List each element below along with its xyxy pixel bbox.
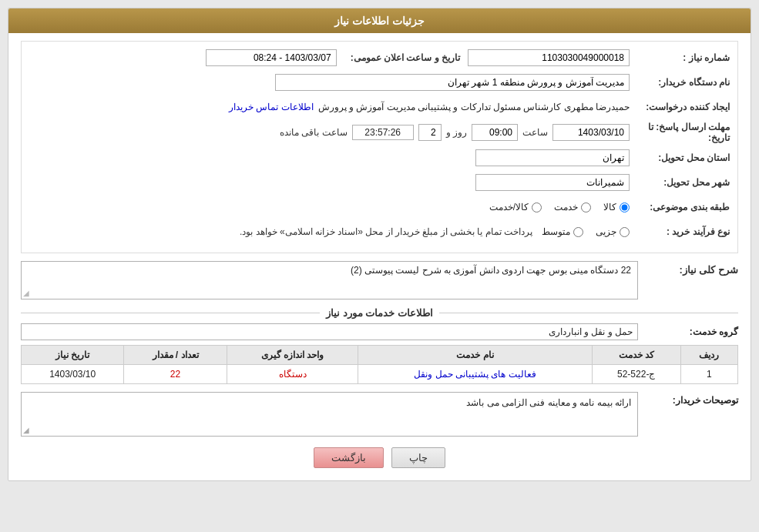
announce-input[interactable] <box>206 49 337 66</box>
need-number-input[interactable] <box>468 49 630 66</box>
services-table-body: 1 ج-522-52 فعالیت های پشتیبانی حمل ونقل … <box>22 365 738 384</box>
services-section-title: اطلاعات خدمات مورد نیاز <box>21 307 738 319</box>
need-desc-section: شرح کلی نیاز: 22 دستگاه مینی بوس جهت ارد… <box>21 261 738 299</box>
purchase-type-mota-radio[interactable] <box>573 227 583 237</box>
buyer-org-value-area <box>29 74 630 91</box>
purchase-type-label: نوع فرآیند خرید : <box>630 226 730 237</box>
category-label: طبقه بندی موضوعی: <box>630 202 730 212</box>
purchase-type-content: جزیی متوسط پرداخت تمام یا بخشی از مبلغ خ… <box>29 226 630 237</box>
city-value-area <box>29 174 630 191</box>
back-button[interactable]: بازگشت <box>314 447 384 468</box>
purchase-type-jozi[interactable]: جزیی <box>596 226 630 237</box>
group-service-value: حمل و نقل و انبارداری <box>21 323 638 340</box>
page-title: جزئیات اطلاعات نیاز <box>334 15 425 27</box>
cell-row-num: 1 <box>680 365 737 384</box>
city-input[interactable] <box>475 174 630 191</box>
deadline-date-time: ساعت روز و 23:57:26 ساعت باقی مانده <box>29 124 630 141</box>
purchase-type-value-area: جزیی متوسط پرداخت تمام یا بخشی از مبلغ خ… <box>29 226 630 237</box>
creator-value-area: حمیدرضا مطهری کارشناس مسئول تدارکات و پش… <box>29 102 630 112</box>
category-kala-label: کالا <box>603 202 616 212</box>
row-buyer-org: نام دستگاه خریدار: <box>29 72 730 92</box>
group-service-label: گروه خدمت: <box>638 326 738 337</box>
buyer-org-input[interactable] <box>275 74 630 91</box>
row-province: استان محل تحویل: <box>29 148 730 168</box>
purchase-type-radio-group: جزیی متوسط <box>542 226 630 237</box>
category-value-area: کالا خدمت کالا/خدمت <box>29 202 630 212</box>
category-kala-service-radio[interactable] <box>532 202 542 212</box>
buyer-desc-text: ارائه بیمه نامه و معاینه فنی الزامی می ب… <box>466 397 631 408</box>
print-button[interactable]: چاپ <box>391 447 445 468</box>
services-table-head: ردیف کد خدمت نام خدمت واحد اندازه گیری ت… <box>22 346 738 365</box>
col-date: تاریخ نیاز <box>22 346 124 365</box>
province-input[interactable] <box>475 149 630 166</box>
need-desc-box: 22 دستگاه مینی بوس جهت اردوی دانش آموزی … <box>21 261 638 299</box>
deadline-value-area: ساعت روز و 23:57:26 ساعت باقی مانده <box>29 124 630 141</box>
row-deadline: مهلت ارسال پاسخ: تا تاریخ: ساعت روز و 23… <box>29 122 730 143</box>
col-qty: تعداد / مقدار <box>124 346 227 365</box>
remaining-time-row: 23:57:26 ساعت باقی مانده <box>280 125 414 140</box>
row-creator: ایجاد کننده درخواست: حمیدرضا مطهری کارشن… <box>29 97 730 117</box>
category-service-radio[interactable] <box>581 202 591 212</box>
col-service-name: نام خدمت <box>358 346 592 365</box>
row-purchase-type: نوع فرآیند خرید : جزیی متوسط <box>29 222 730 242</box>
resize-handle-icon: ◢ <box>23 426 29 434</box>
cell-service-name: فعالیت های پشتیبانی حمل ونقل <box>358 365 592 384</box>
services-table-header-row: ردیف کد خدمت نام خدمت واحد اندازه گیری ت… <box>22 346 738 365</box>
col-row-num: ردیف <box>680 346 737 365</box>
cell-service-code: ج-522-52 <box>592 365 680 384</box>
category-service[interactable]: خدمت <box>554 202 591 212</box>
category-service-label: خدمت <box>554 202 578 212</box>
cell-date: 1403/03/10 <box>22 365 124 384</box>
services-title-text: اطلاعات خدمات مورد نیاز <box>320 307 439 319</box>
province-label: استان محل تحویل: <box>630 152 730 163</box>
col-service-code: کد خدمت <box>592 346 680 365</box>
main-card: جزئیات اطلاعات نیاز شماره نیاز : تاریخ و… <box>8 8 751 481</box>
province-value-area <box>29 149 630 166</box>
cell-unit: دستگاه <box>227 365 358 384</box>
deadline-time-label: ساعت <box>522 127 548 138</box>
col-unit: واحد اندازه گیری <box>227 346 358 365</box>
need-desc-value-area: 22 دستگاه مینی بوس جهت اردوی دانش آموزی … <box>21 261 638 299</box>
deadline-date-input[interactable] <box>552 124 630 141</box>
buyer-desc-row: توصیحات خریدار: ارائه بیمه نامه و معاینه… <box>21 392 738 437</box>
contact-link[interactable]: اطلاعات تماس خریدار <box>229 102 314 112</box>
purchase-type-jozi-radio[interactable] <box>620 227 630 237</box>
buyer-desc-box: ارائه بیمه نامه و معاینه فنی الزامی می ب… <box>21 392 638 437</box>
purchase-type-note: پرداخت تمام یا بخشی از مبلغ خریدار از مح… <box>240 226 532 237</box>
row-category: طبقه بندی موضوعی: کالا خدمت <box>29 197 730 217</box>
purchase-type-mota[interactable]: متوسط <box>542 226 583 237</box>
deadline-label: مهلت ارسال پاسخ: تا تاریخ: <box>630 122 730 143</box>
services-table: ردیف کد خدمت نام خدمت واحد اندازه گیری ت… <box>21 345 738 384</box>
category-kala-radio[interactable] <box>620 202 630 212</box>
group-service-text: حمل و نقل و انبارداری <box>549 326 633 337</box>
need-number-label: شماره نیاز : <box>630 52 730 63</box>
creator-label: ایجاد کننده درخواست: <box>630 102 730 112</box>
info-section-main: شماره نیاز : تاریخ و ساعت اعلان عمومی: ن… <box>21 41 738 253</box>
card-header: جزئیات اطلاعات نیاز <box>8 8 751 33</box>
announce-label: تاریخ و ساعت اعلان عمومی: <box>344 52 460 63</box>
cell-qty: 22 <box>124 365 227 384</box>
purchase-type-mota-label: متوسط <box>542 226 570 237</box>
row-need-number: شماره نیاز : تاریخ و ساعت اعلان عمومی: <box>29 48 730 68</box>
resize-icon: ◢ <box>23 289 29 297</box>
buyer-desc-label: توصیحات خریدار: <box>638 392 738 406</box>
deadline-remaining: 23:57:26 <box>352 125 414 140</box>
button-row: چاپ بازگشت <box>21 447 738 468</box>
creator-value: حمیدرضا مطهری کارشناس مسئول تدارکات و پش… <box>318 102 630 112</box>
table-row: 1 ج-522-52 فعالیت های پشتیبانی حمل ونقل … <box>22 365 738 384</box>
category-kala-service[interactable]: کالا/خدمت <box>489 202 542 212</box>
city-label: شهر محل تحویل: <box>630 177 730 188</box>
category-kala[interactable]: کالا <box>603 202 630 212</box>
need-desc-label: شرح کلی نیاز: <box>638 261 738 276</box>
deadline-time-input[interactable] <box>472 124 518 141</box>
category-radio-group: کالا خدمت کالا/خدمت <box>29 202 630 212</box>
deadline-days-input[interactable] <box>418 124 442 141</box>
category-kala-service-label: کالا/خدمت <box>489 202 529 212</box>
card-body: شماره نیاز : تاریخ و ساعت اعلان عمومی: ن… <box>8 33 751 480</box>
need-number-value-area: تاریخ و ساعت اعلان عمومی: <box>29 49 630 66</box>
row-city: شهر محل تحویل: <box>29 172 730 192</box>
page-wrapper: جزئیات اطلاعات نیاز شماره نیاز : تاریخ و… <box>0 0 759 532</box>
group-service-row: گروه خدمت: حمل و نقل و انبارداری <box>21 323 738 340</box>
deadline-remaining-label: ساعت باقی مانده <box>280 127 348 138</box>
buyer-desc-content: ارائه بیمه نامه و معاینه فنی الزامی می ب… <box>21 392 638 437</box>
